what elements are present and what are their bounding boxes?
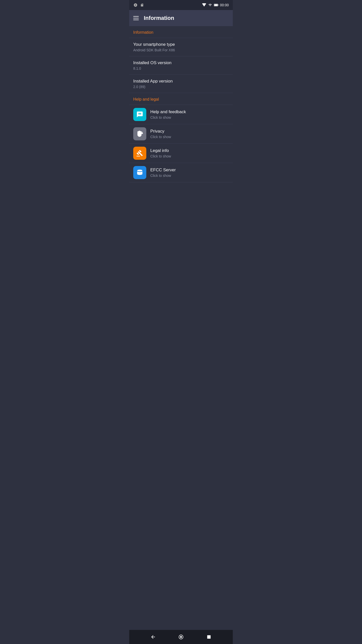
smartphone-type-label: Your smartphone type <box>133 42 229 47</box>
svg-point-5 <box>141 114 142 115</box>
efcc-server-subtitle: Click to show <box>150 174 176 178</box>
os-version-item: Installed OS version 8.1.0 <box>129 56 233 75</box>
settings-icon <box>133 3 138 7</box>
content-area: Information Your smartphone type Android… <box>129 26 233 630</box>
status-bar-left-icons <box>133 3 144 7</box>
efcc-server-text: EFCC Server Click to show <box>150 168 176 178</box>
app-bar-title: Information <box>144 15 174 21</box>
app-version-item: Installed App version 2.0 (89) <box>129 75 233 93</box>
svg-point-3 <box>138 114 139 115</box>
battery-icon <box>214 3 218 7</box>
privacy-subtitle: Click to show <box>150 135 171 139</box>
privacy-item[interactable]: Privacy Click to show <box>129 124 233 144</box>
legal-info-text: Legal info Click to show <box>150 148 171 158</box>
privacy-text: Privacy Click to show <box>150 129 171 139</box>
legal-info-title: Legal info <box>150 148 171 153</box>
recents-button[interactable] <box>203 631 214 642</box>
svg-rect-2 <box>214 4 217 6</box>
status-bar-right-icons: 00:00 <box>202 3 229 7</box>
menu-button[interactable] <box>133 16 139 20</box>
back-button[interactable] <box>148 631 159 642</box>
database-icon <box>133 166 146 179</box>
status-bar: 00:00 <box>129 0 233 10</box>
svg-rect-9 <box>207 635 211 639</box>
gavel-icon <box>133 147 146 160</box>
sdcard-icon <box>140 3 144 7</box>
hand-icon <box>133 127 146 140</box>
svg-point-6 <box>137 170 143 171</box>
signal-icon <box>208 3 212 7</box>
smartphone-type-item: Your smartphone type Android SDK Built F… <box>129 38 233 56</box>
nav-bar <box>129 630 233 644</box>
help-feedback-text: Help and feedback Click to show <box>150 109 186 119</box>
app-bar: Information <box>129 10 233 26</box>
app-version-value: 2.0 (89) <box>133 85 229 89</box>
legal-info-subtitle: Click to show <box>150 154 171 158</box>
efcc-server-item[interactable]: EFCC Server Click to show <box>129 163 233 182</box>
help-feedback-item[interactable]: Help and feedback Click to show <box>129 105 233 124</box>
legal-info-item[interactable]: Legal info Click to show <box>129 144 233 163</box>
os-version-label: Installed OS version <box>133 60 229 65</box>
os-version-value: 8.1.0 <box>133 66 229 70</box>
svg-point-8 <box>180 636 182 638</box>
svg-rect-1 <box>218 5 218 6</box>
app-version-label: Installed App version <box>133 79 229 84</box>
home-button[interactable] <box>175 631 187 642</box>
help-legal-section-header: Help and legal <box>129 93 233 105</box>
help-feedback-title: Help and feedback <box>150 109 186 114</box>
chat-icon <box>133 108 146 121</box>
privacy-title: Privacy <box>150 129 171 134</box>
help-feedback-subtitle: Click to show <box>150 115 186 119</box>
status-time: 00:00 <box>220 3 229 7</box>
svg-point-4 <box>139 114 140 115</box>
smartphone-type-value: Android SDK Built For X86 <box>133 48 229 52</box>
information-section-header: Information <box>129 26 233 38</box>
wifi-icon <box>202 3 206 7</box>
efcc-server-title: EFCC Server <box>150 168 176 173</box>
